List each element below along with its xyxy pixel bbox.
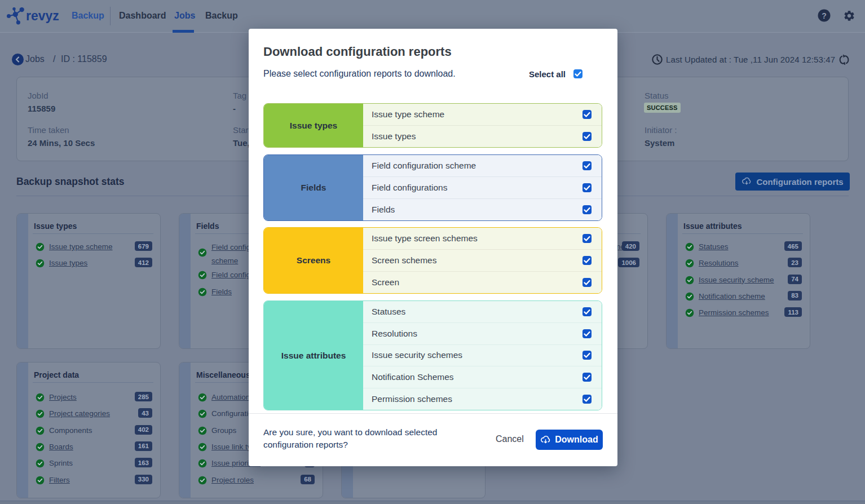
svg-text:?: ?	[822, 11, 827, 20]
